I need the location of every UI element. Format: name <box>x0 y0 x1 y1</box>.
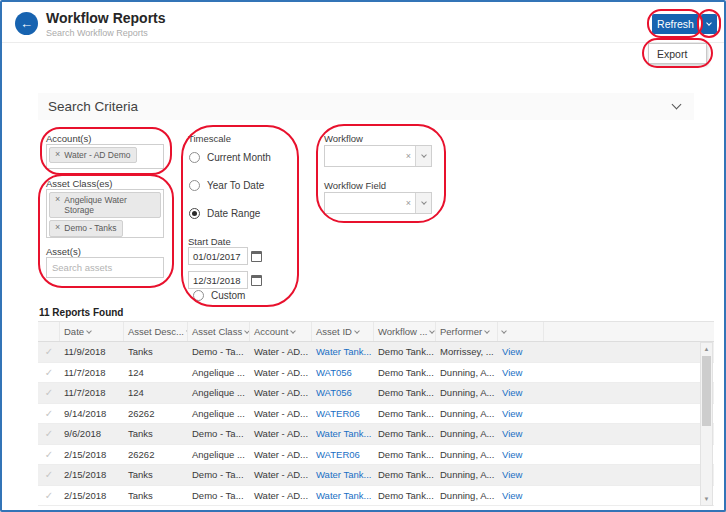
column-header-workflow[interactable]: Workflow ... <box>374 322 436 341</box>
calendar-icon[interactable] <box>251 251 262 262</box>
column-header-asset_desc[interactable]: Asset Desc... <box>124 322 188 341</box>
clear-icon[interactable]: × <box>402 198 415 208</box>
refresh-button[interactable]: Refresh <box>652 14 699 34</box>
column-header-account[interactable]: Account <box>250 322 312 341</box>
cell-asset_desc: Tanks <box>124 342 188 362</box>
table-row: ✓2/15/201826262Angelique ...Water - AD..… <box>38 445 714 466</box>
row-check-icon[interactable]: ✓ <box>38 445 60 465</box>
cell-asset_id[interactable]: Water Tank... <box>312 342 374 362</box>
view-link[interactable]: View <box>498 445 544 465</box>
table-row: ✓2/15/2018TanksDemo - Ta...Water - AD...… <box>38 486 714 507</box>
cell-performer: Dunning, A... <box>436 486 498 506</box>
row-check-icon[interactable]: ✓ <box>38 363 60 383</box>
cell-performer: Dunning, A... <box>436 445 498 465</box>
table-scrollbar[interactable]: ▲ ▼ <box>700 342 713 506</box>
column-header-asset_class[interactable]: Asset Class <box>188 322 250 341</box>
cell-asset_class: Angelique ... <box>188 445 250 465</box>
view-link[interactable]: View <box>498 424 544 444</box>
scrollbar-thumb[interactable] <box>702 356 711 426</box>
start-date-field[interactable]: 01/01/2017 <box>188 247 262 265</box>
radio-custom[interactable]: Custom <box>193 290 245 301</box>
chevron-down-icon <box>706 20 712 26</box>
search-criteria-header: Search Criteria <box>38 93 694 120</box>
cell-asset_id[interactable]: WAT056 <box>312 383 374 403</box>
cell-asset_id[interactable]: Water Tank... <box>312 424 374 444</box>
cell-asset_id[interactable]: Water Tank... <box>312 465 374 485</box>
row-check-icon[interactable]: ✓ <box>38 424 60 444</box>
radio-current-month[interactable]: Current Month <box>189 152 271 163</box>
asset-class-tag[interactable]: × Demo - Tanks <box>49 220 123 236</box>
radio-date-range[interactable]: Date Range <box>189 208 260 219</box>
cell-workflow: Demo Tank... <box>374 424 436 444</box>
sort-chevron-icon <box>290 328 296 334</box>
page-subtitle: Search Workflow Reports <box>46 28 148 38</box>
refresh-dropdown-button[interactable] <box>701 14 717 34</box>
start-date-value[interactable]: 01/01/2017 <box>188 247 248 265</box>
workflow-field-combobox[interactable]: × <box>324 192 432 214</box>
cell-workflow: Demo Tank... <box>374 445 436 465</box>
calendar-icon[interactable] <box>251 275 262 286</box>
column-header-asset_id[interactable]: Asset ID <box>312 322 374 341</box>
column-header-date[interactable]: Date <box>60 322 124 341</box>
timescale-label: Timescale <box>188 133 231 144</box>
cell-asset_id[interactable]: WATER06 <box>312 404 374 424</box>
cell-asset_desc: Tanks <box>124 424 188 444</box>
cell-asset_class: Angelique ... <box>188 383 250 403</box>
table-header: DateAsset Desc...Asset ClassAccountAsset… <box>38 321 714 342</box>
cell-date: 11/9/2018 <box>60 342 124 362</box>
back-arrow-icon: ← <box>20 16 33 31</box>
view-link[interactable]: View <box>498 342 544 362</box>
asset-class-tag[interactable]: × Angelique Water Storage <box>49 192 161 218</box>
asset-classes-input[interactable]: × Angelique Water Storage × Demo - Tanks <box>46 189 164 238</box>
back-button[interactable]: ← <box>15 12 38 35</box>
page-title: Workflow Reports <box>46 10 166 26</box>
reports-found-count: 11 Reports Found <box>39 307 123 318</box>
export-menu-item[interactable]: Export <box>649 48 706 60</box>
radio-icon <box>189 180 200 191</box>
row-check-icon[interactable]: ✓ <box>38 465 60 485</box>
scroll-down-icon[interactable]: ▼ <box>701 493 712 505</box>
cell-asset_id[interactable]: WAT056 <box>312 363 374 383</box>
account-tag-label: Water - AD Demo <box>64 150 130 160</box>
remove-tag-icon[interactable]: × <box>55 195 60 204</box>
assets-search-input[interactable] <box>46 257 164 278</box>
chevron-down-icon <box>421 152 427 158</box>
view-link[interactable]: View <box>498 404 544 424</box>
scroll-up-icon[interactable]: ▲ <box>701 343 712 355</box>
remove-tag-icon[interactable]: × <box>55 150 60 159</box>
view-link[interactable]: View <box>498 363 544 383</box>
cell-asset_id[interactable]: Water Tank... <box>312 486 374 506</box>
table-row: ✓9/14/201826262Angelique ...Water - AD..… <box>38 404 714 425</box>
cell-performer: Dunning, A... <box>436 404 498 424</box>
collapse-chevron-icon[interactable] <box>672 100 682 110</box>
combo-dropdown-button[interactable] <box>415 146 431 166</box>
column-header-performer[interactable]: Performer <box>436 322 498 341</box>
cell-asset_class: Demo - Ta... <box>188 465 250 485</box>
column-header-view[interactable] <box>498 322 544 341</box>
cell-asset_class: Demo - Ta... <box>188 424 250 444</box>
workflow-combobox-value <box>325 146 402 166</box>
view-link[interactable]: View <box>498 486 544 506</box>
accounts-label: Account(s) <box>46 133 91 144</box>
cell-workflow: Demo Tank... <box>374 363 436 383</box>
account-tag[interactable]: × Water - AD Demo <box>49 147 137 163</box>
end-date-value[interactable]: 12/31/2018 <box>188 271 248 289</box>
row-check-icon[interactable]: ✓ <box>38 486 60 506</box>
row-check-icon[interactable]: ✓ <box>38 404 60 424</box>
cell-account: Water - AD... <box>250 383 312 403</box>
accounts-input[interactable]: × Water - AD Demo <box>46 144 164 169</box>
remove-tag-icon[interactable]: × <box>55 223 60 232</box>
end-date-field[interactable]: 12/31/2018 <box>188 271 262 289</box>
radio-icon <box>189 208 200 219</box>
row-check-icon[interactable]: ✓ <box>38 383 60 403</box>
view-link[interactable]: View <box>498 465 544 485</box>
cell-date: 9/14/2018 <box>60 404 124 424</box>
cell-asset_id[interactable]: WATER06 <box>312 445 374 465</box>
combo-dropdown-button[interactable] <box>415 193 431 213</box>
clear-icon[interactable]: × <box>402 151 415 161</box>
row-check-icon[interactable]: ✓ <box>38 342 60 362</box>
radio-year-to-date[interactable]: Year To Date <box>189 180 264 191</box>
view-link[interactable]: View <box>498 383 544 403</box>
cell-account: Water - AD... <box>250 445 312 465</box>
workflow-combobox[interactable]: × <box>324 145 432 167</box>
